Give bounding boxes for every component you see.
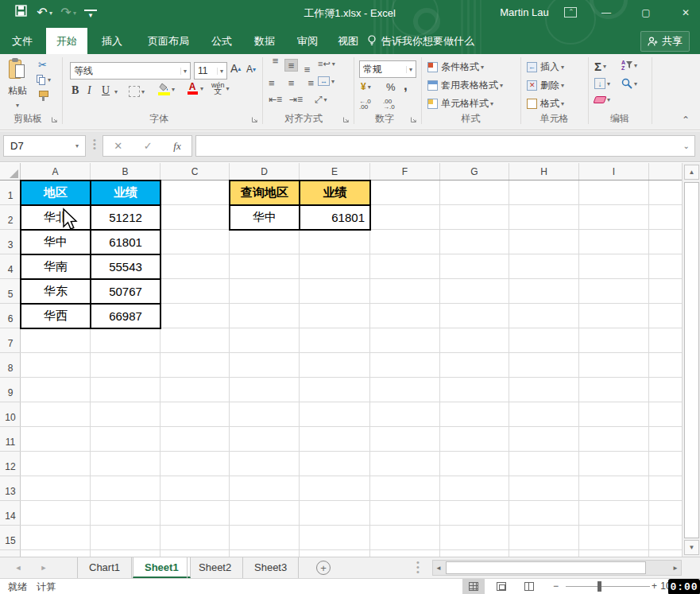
normal-view-button[interactable] [462,579,485,594]
sheet-tab-chart1[interactable]: Chart1 [77,557,132,578]
fill-color-button[interactable] [157,83,175,95]
scroll-left-button[interactable]: ◄ [433,563,444,573]
percent-style-button[interactable]: % [386,81,396,93]
row-header[interactable]: 9 [0,378,21,402]
cut-button[interactable]: ✂ [38,59,47,71]
row-header[interactable]: 6 [0,304,21,328]
undo-button[interactable]: ↶ [35,5,49,21]
query-table-header-cell[interactable]: 业绩 [300,181,370,205]
row-header[interactable]: 4 [0,254,21,279]
tab-formulas[interactable]: 公式 [200,28,243,54]
page-layout-view-button[interactable] [490,579,512,594]
tab-bar-splitter[interactable]: ••• [416,560,420,574]
cell-b3[interactable]: 61801 [91,230,160,254]
fill-button[interactable]: ↓ [594,78,610,89]
save-button[interactable] [13,5,29,21]
font-color-button[interactable]: A [186,83,203,95]
cell-a5[interactable]: 华东 [21,279,91,304]
format-painter-button[interactable] [38,91,48,101]
tell-me-box[interactable]: 告诉我你想要做什么 [367,28,474,54]
cell-d2[interactable]: 华中 [230,205,300,230]
row-header[interactable]: 10 [0,402,21,427]
increase-indent-button[interactable]: ⇥≡ [289,94,303,105]
new-sheet-button[interactable]: + [316,561,331,575]
accounting-format-button[interactable]: ¥ [361,81,371,92]
column-header-g[interactable]: G [440,163,509,180]
horizontal-scrollbar-thumb[interactable] [446,561,646,574]
copy-button[interactable] [37,75,51,85]
row-header[interactable]: 1 [0,181,21,205]
query-table-header-cell[interactable]: 查询地区 [230,181,300,205]
zoom-slider-track[interactable] [566,586,650,587]
row-header[interactable]: 3 [0,230,21,254]
increase-decimal-button[interactable]: ←.0.00 [359,99,371,110]
cell-b4[interactable]: 55543 [91,254,160,279]
clear-button[interactable] [594,96,610,103]
align-top-button[interactable] [269,59,282,72]
qat-customize-button[interactable]: ▾ [84,10,97,19]
underline-button[interactable]: U [102,84,110,97]
cell-a4[interactable]: 华南 [21,254,91,279]
column-header-c[interactable]: C [160,163,230,180]
phonetic-guide-button[interactable]: wén文 [211,83,230,94]
number-format-select[interactable]: 常规▾ [359,60,416,78]
zoom-slider-thumb[interactable] [598,581,601,592]
column-header-h[interactable]: H [509,163,579,180]
horizontal-scrollbar[interactable]: ◄ ► [432,560,682,576]
tab-view[interactable]: 视图 [327,28,369,54]
wrap-text-button[interactable]: ≡↩ [318,59,335,69]
alignment-dialog-launcher[interactable] [342,115,350,122]
orientation-button[interactable]: ⤢ [315,94,327,105]
select-all-corner[interactable] [0,163,21,180]
italic-button[interactable]: I [87,84,91,97]
sheet-tab-sheet2[interactable]: Sheet2 [187,557,243,578]
tab-data[interactable]: 数据 [243,28,286,54]
paste-button[interactable]: 粘贴 [8,58,27,110]
tab-page-layout[interactable]: 页面布局 [137,28,200,54]
cell-a6[interactable]: 华西 [21,304,91,328]
confirm-entry-button[interactable]: ✓ [144,140,153,152]
scroll-right-button[interactable]: ► [670,563,681,573]
decrease-indent-button[interactable]: ⇤≡ [269,94,282,105]
decrease-decimal-button[interactable]: .00→.0 [383,99,395,110]
find-select-button[interactable] [621,78,637,89]
column-header-b[interactable]: B [91,163,160,180]
sheet-tab-sheet3[interactable]: Sheet3 [242,557,299,578]
tab-file[interactable]: 文件 [0,28,44,54]
cancel-entry-button[interactable]: ✕ [114,140,122,152]
column-header-d[interactable]: D [230,163,300,180]
sort-filter-button[interactable]: AZ [621,60,637,71]
undo-dropdown[interactable]: ▾ [49,10,52,17]
cell-b2[interactable]: 51212 [91,205,160,230]
formula-bar-splitter[interactable]: ••• [93,138,95,154]
sheet-nav-right[interactable]: ► [35,557,52,578]
align-middle-button[interactable] [284,59,298,72]
redo-button[interactable]: ↷ [59,5,73,21]
cell-styles-button[interactable]: 单元格样式 [427,97,493,111]
page-break-view-button[interactable] [518,579,540,594]
expand-formula-bar-button[interactable]: ⌄ [683,142,690,150]
insert-cells-button[interactable]: 插入 [527,60,564,74]
cell-a2[interactable]: 华北 [21,205,91,230]
autosum-button[interactable]: Σ [594,60,606,73]
ribbon-display-options-icon[interactable] [564,7,577,17]
vertical-scrollbar[interactable]: ▲ ▼ [682,163,700,557]
borders-button[interactable] [129,86,145,97]
status-calculate[interactable]: 计算 [37,580,56,594]
shrink-font-button[interactable]: A▾ [246,64,256,75]
paste-dropdown[interactable] [16,99,19,110]
zoom-out-button[interactable]: − [553,580,559,592]
collapse-ribbon-button[interactable] [682,115,690,122]
column-header-i[interactable]: I [579,163,649,180]
number-dialog-launcher[interactable] [410,115,418,122]
row-header[interactable]: 8 [0,353,21,378]
redo-dropdown[interactable]: ▾ [73,10,76,17]
merge-center-button[interactable]: ↔ [318,76,335,86]
clipboard-dialog-launcher[interactable] [51,115,59,122]
tab-home[interactable]: 开始 [46,28,87,54]
name-box[interactable]: D7 ▾ [3,135,86,157]
comma-style-button[interactable]: , [404,78,408,94]
format-as-table-button[interactable]: 套用表格格式 [427,79,503,92]
tab-review[interactable]: 审阅 [286,28,329,54]
maximize-button[interactable]: ▢ [634,3,658,22]
